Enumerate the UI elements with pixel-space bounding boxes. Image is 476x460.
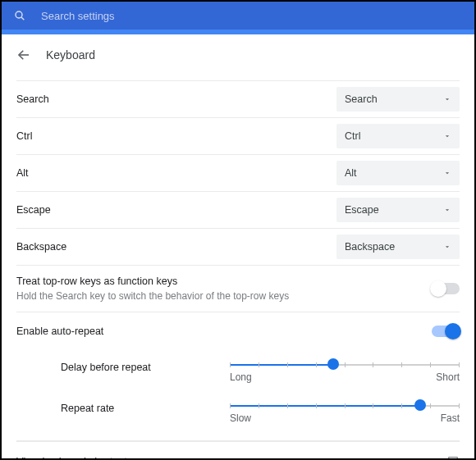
rate-slider[interactable] bbox=[230, 404, 460, 408]
key-dropdown-escape[interactable]: Escape bbox=[336, 198, 460, 222]
footer-label: View keyboard shortcuts bbox=[16, 455, 132, 460]
toprow-label: Treat top-row keys as function keys bbox=[16, 276, 289, 287]
toprow-sublabel: Hold the Search key to switch the behavi… bbox=[16, 290, 289, 302]
dropdown-value: Backspace bbox=[345, 241, 395, 253]
toggle-knob bbox=[430, 280, 446, 297]
rate-right-label: Fast bbox=[441, 412, 460, 424]
key-dropdown-alt[interactable]: Alt bbox=[336, 161, 460, 185]
delay-slider[interactable] bbox=[230, 363, 460, 367]
row-treat-top-row: Treat top-row keys as function keys Hold… bbox=[16, 266, 460, 312]
svg-line-1 bbox=[21, 17, 24, 20]
svg-point-0 bbox=[16, 11, 22, 18]
slider-thumb[interactable] bbox=[414, 399, 426, 411]
key-dropdown-ctrl[interactable]: Ctrl bbox=[336, 124, 460, 148]
key-label: Ctrl bbox=[16, 130, 32, 142]
row-key-search: SearchSearch bbox=[16, 80, 460, 118]
key-label: Escape bbox=[16, 204, 51, 216]
open-external-icon bbox=[446, 455, 460, 461]
row-auto-repeat: Enable auto-repeat bbox=[16, 312, 460, 350]
slider-thumb[interactable] bbox=[327, 358, 339, 370]
search-input[interactable] bbox=[41, 10, 463, 22]
page-title: Keyboard bbox=[46, 48, 95, 61]
key-label: Backspace bbox=[16, 241, 66, 253]
settings-content: SearchSearchCtrlCtrlAltAltEscapeEscapeBa… bbox=[2, 80, 474, 460]
row-key-alt: AltAlt bbox=[16, 155, 460, 192]
row-key-ctrl: CtrlCtrl bbox=[16, 118, 460, 155]
row-key-backspace: BackspaceBackspace bbox=[16, 229, 460, 266]
view-keyboard-shortcuts[interactable]: View keyboard shortcuts bbox=[16, 441, 460, 460]
delay-right-label: Short bbox=[436, 371, 460, 383]
svg-rect-3 bbox=[449, 457, 458, 460]
delay-left-label: Long bbox=[230, 371, 252, 383]
chevron-down-icon bbox=[443, 243, 451, 251]
rate-label: Repeat rate bbox=[16, 399, 230, 414]
chevron-down-icon bbox=[443, 169, 451, 177]
dropdown-value: Alt bbox=[345, 167, 357, 179]
toggle-knob bbox=[445, 323, 461, 339]
row-key-escape: EscapeEscape bbox=[16, 192, 460, 229]
search-icon bbox=[13, 9, 26, 22]
dropdown-value: Ctrl bbox=[345, 130, 360, 142]
chevron-down-icon bbox=[443, 206, 451, 214]
autorepeat-toggle[interactable] bbox=[432, 326, 460, 337]
rate-left-label: Slow bbox=[230, 412, 251, 424]
delay-label: Delay before repeat bbox=[16, 358, 230, 373]
back-arrow-icon[interactable] bbox=[16, 48, 31, 62]
key-dropdown-backspace[interactable]: Backspace bbox=[336, 235, 460, 259]
row-repeat-rate: Repeat rate Slow Fast bbox=[16, 391, 460, 432]
autorepeat-label: Enable auto-repeat bbox=[16, 326, 103, 337]
dropdown-value: Search bbox=[345, 93, 378, 105]
key-label: Search bbox=[16, 93, 49, 105]
key-label: Alt bbox=[16, 167, 29, 179]
row-delay-before-repeat: Delay before repeat Long Short bbox=[16, 350, 460, 391]
page-header: Keyboard bbox=[2, 34, 474, 80]
settings-search-bar bbox=[2, 2, 474, 30]
autorepeat-sliders: Delay before repeat Long Short Repeat ra… bbox=[16, 350, 460, 441]
chevron-down-icon bbox=[443, 132, 451, 140]
chevron-down-icon bbox=[443, 95, 451, 103]
toprow-toggle[interactable] bbox=[432, 283, 460, 294]
key-dropdown-search[interactable]: Search bbox=[336, 87, 460, 112]
dropdown-value: Escape bbox=[345, 204, 379, 216]
